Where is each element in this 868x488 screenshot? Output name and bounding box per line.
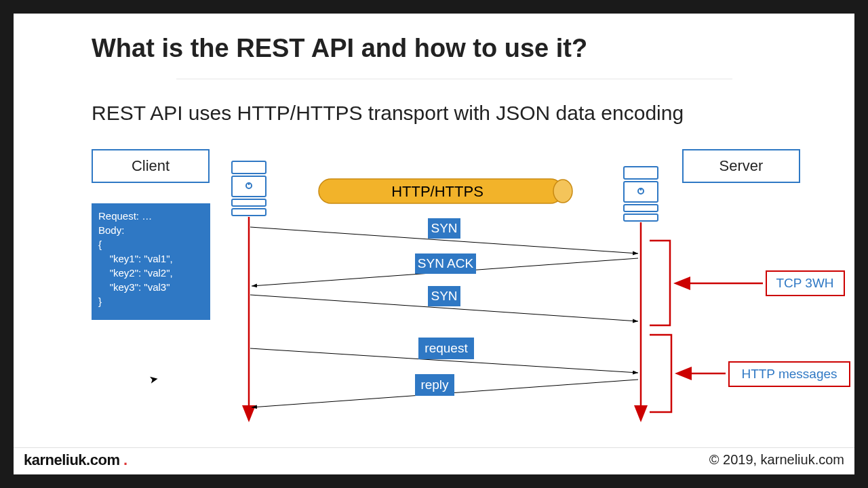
syn1-tag: SYN xyxy=(428,218,460,239)
synack-tag: SYN ACK xyxy=(415,253,476,274)
pipe-label: HTTP/HTTPS xyxy=(391,183,484,200)
brand-dot-icon: . xyxy=(119,451,127,468)
syn1-arrow xyxy=(250,227,638,253)
client-server-icon xyxy=(232,161,266,216)
slide-title: What is the REST API and how to use it? xyxy=(92,34,587,63)
svg-rect-18 xyxy=(415,374,454,396)
svg-rect-19 xyxy=(766,271,844,296)
brand: karneliuk.com . xyxy=(24,451,127,469)
syn2-text: SYN xyxy=(431,289,457,303)
reply-arrow xyxy=(252,380,638,407)
tcp-3wh-text: TCP 3WH xyxy=(776,276,833,290)
svg-rect-14 xyxy=(428,218,460,239)
svg-rect-7 xyxy=(624,182,658,202)
request-text: request xyxy=(425,341,468,355)
svg-rect-11 xyxy=(624,214,658,221)
svg-rect-1 xyxy=(232,176,266,197)
server-box: Server xyxy=(682,149,800,183)
title-divider xyxy=(176,79,732,79)
brand-text: karneliuk.com xyxy=(24,451,119,468)
request-arrow xyxy=(250,348,638,373)
tcp-bracket xyxy=(650,241,670,325)
client-box: Client xyxy=(92,149,210,183)
transport-pipe: HTTP/HTTPS xyxy=(319,179,572,203)
http-messages-tag: HTTP messages xyxy=(729,362,850,386)
http-messages-text: HTTP messages xyxy=(741,367,837,381)
svg-rect-12 xyxy=(319,179,563,203)
slide-footer: karneliuk.com . © 2019, karneliuk.com xyxy=(14,447,854,474)
svg-rect-0 xyxy=(232,161,266,174)
server-label: Server xyxy=(719,157,764,175)
server-server-icon xyxy=(624,167,658,221)
reply-text: reply xyxy=(420,378,449,392)
tcp-3wh-tag: TCP 3WH xyxy=(766,271,844,296)
svg-point-2 xyxy=(246,183,252,188)
synack-arrow xyxy=(252,258,638,286)
syn2-arrow xyxy=(250,295,638,321)
slide: What is the REST API and how to use it? … xyxy=(14,14,854,474)
svg-rect-4 xyxy=(232,199,266,206)
syn2-tag: SYN xyxy=(428,286,460,306)
svg-point-13 xyxy=(553,180,572,203)
copyright: © 2019, karneliuk.com xyxy=(709,452,844,468)
request-tag: request xyxy=(418,338,474,359)
svg-rect-15 xyxy=(415,253,476,274)
json-request-box: Request: … Body: { "key1": "val1", "key2… xyxy=(92,203,210,320)
synack-text: SYN ACK xyxy=(418,256,474,270)
svg-rect-16 xyxy=(428,286,460,306)
slide-subtitle: REST API uses HTTP/HTTPS transport with … xyxy=(92,102,684,125)
svg-rect-20 xyxy=(729,362,850,386)
svg-rect-6 xyxy=(624,167,658,179)
svg-rect-17 xyxy=(418,338,474,359)
reply-tag: reply xyxy=(415,374,454,396)
svg-rect-5 xyxy=(232,209,266,216)
syn1-text: SYN xyxy=(431,221,457,235)
svg-rect-10 xyxy=(624,205,658,211)
client-label: Client xyxy=(132,157,170,175)
cursor-icon: ➤ xyxy=(148,372,159,386)
http-bracket xyxy=(650,335,671,412)
svg-point-8 xyxy=(638,188,644,194)
